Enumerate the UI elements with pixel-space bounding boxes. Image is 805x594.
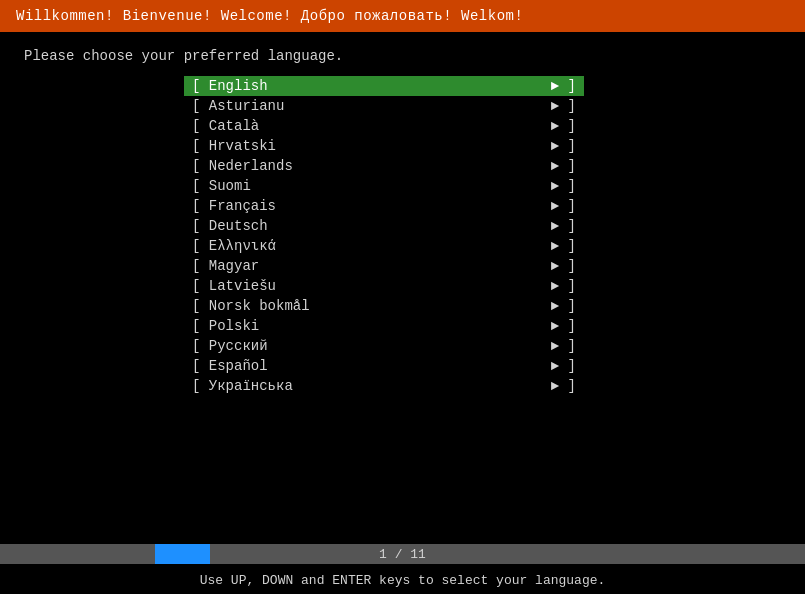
language-label: [ Asturianu xyxy=(192,98,284,114)
language-arrow: ► ] xyxy=(551,238,576,254)
language-item[interactable]: [ Ελληνικά► ] xyxy=(184,236,584,256)
language-item[interactable]: [ Asturianu► ] xyxy=(184,96,584,116)
language-item[interactable]: [ Русский► ] xyxy=(184,336,584,356)
language-item[interactable]: [ Hrvatski► ] xyxy=(184,136,584,156)
language-arrow: ► ] xyxy=(551,318,576,334)
language-item[interactable]: [ Nederlands► ] xyxy=(184,156,584,176)
language-label: [ Français xyxy=(192,198,276,214)
language-item[interactable]: [ Polski► ] xyxy=(184,316,584,336)
language-item[interactable]: [ Français► ] xyxy=(184,196,584,216)
language-label: [ Polski xyxy=(192,318,259,334)
banner-text: Willkommen! Bienvenue! Welcome! Добро по… xyxy=(16,8,523,24)
language-label: [ English xyxy=(192,78,268,94)
language-label: [ Español xyxy=(192,358,268,374)
language-label: [ Русский xyxy=(192,338,268,354)
language-item[interactable]: [ Català► ] xyxy=(184,116,584,136)
language-label: [ Українська xyxy=(192,378,293,394)
language-arrow: ► ] xyxy=(551,298,576,314)
page-indicator: 1 / 11 xyxy=(379,547,426,562)
language-item[interactable]: [ Español► ] xyxy=(184,356,584,376)
language-arrow: ► ] xyxy=(551,358,576,374)
language-item[interactable]: [ Suomi► ] xyxy=(184,176,584,196)
welcome-banner: Willkommen! Bienvenue! Welcome! Добро по… xyxy=(0,0,805,32)
language-arrow: ► ] xyxy=(551,218,576,234)
language-item[interactable]: [ Magyar► ] xyxy=(184,256,584,276)
language-arrow: ► ] xyxy=(551,78,576,94)
language-arrow: ► ] xyxy=(551,258,576,274)
language-label: [ Català xyxy=(192,118,259,134)
progress-fill xyxy=(155,544,210,564)
language-arrow: ► ] xyxy=(551,118,576,134)
language-item[interactable]: [ Deutsch► ] xyxy=(184,216,584,236)
language-item[interactable]: [ Norsk bokmål► ] xyxy=(184,296,584,316)
language-list: [ English► ][ Asturianu► ][ Català► ][ H… xyxy=(184,76,584,396)
language-arrow: ► ] xyxy=(551,98,576,114)
language-arrow: ► ] xyxy=(551,158,576,174)
language-arrow: ► ] xyxy=(551,178,576,194)
instruction-text: Use UP, DOWN and ENTER keys to select yo… xyxy=(0,573,805,588)
language-arrow: ► ] xyxy=(551,278,576,294)
language-item[interactable]: [ Latviešu► ] xyxy=(184,276,584,296)
language-item[interactable]: [ Українська► ] xyxy=(184,376,584,396)
prompt-text: Please choose your preferred language. xyxy=(24,48,781,64)
language-label: [ Norsk bokmål xyxy=(192,298,310,314)
main-content: Please choose your preferred language. [… xyxy=(0,32,805,412)
language-arrow: ► ] xyxy=(551,138,576,154)
language-arrow: ► ] xyxy=(551,338,576,354)
language-label: [ Ελληνικά xyxy=(192,238,276,254)
language-label: [ Deutsch xyxy=(192,218,268,234)
language-arrow: ► ] xyxy=(551,378,576,394)
language-item[interactable]: [ English► ] xyxy=(184,76,584,96)
language-arrow: ► ] xyxy=(551,198,576,214)
language-label: [ Magyar xyxy=(192,258,259,274)
language-label: [ Hrvatski xyxy=(192,138,276,154)
language-label: [ Suomi xyxy=(192,178,251,194)
language-label: [ Latviešu xyxy=(192,278,276,294)
language-label: [ Nederlands xyxy=(192,158,293,174)
status-bar: 1 / 11 xyxy=(0,544,805,564)
